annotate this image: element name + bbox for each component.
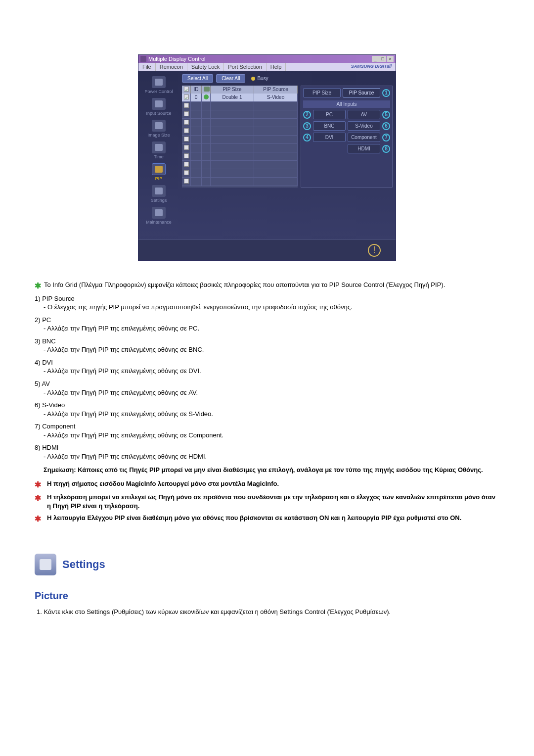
callout-3: 3 xyxy=(303,122,311,130)
select-all-button[interactable]: Select All xyxy=(182,74,213,83)
brand-label: SAMSUNG DIGITall xyxy=(347,63,396,71)
sidebar-item-settings[interactable]: Settings xyxy=(140,184,177,204)
av-button[interactable]: AV xyxy=(348,110,380,119)
app-window: Multiple Display Control _ □ × File Remo… xyxy=(138,54,396,261)
minimize-button[interactable]: _ xyxy=(372,56,379,62)
sidebar-item-maintenance[interactable]: Maintenance xyxy=(140,206,177,226)
side-panel: PIP Size PIP Source 1 All Inputs 2 PC AV… xyxy=(301,86,393,188)
numbered-item: 1) PIP Source- Ο έλεγχος της πηγής PIP μ… xyxy=(35,294,499,312)
grid-header-size: PIP Size xyxy=(211,86,254,94)
window-title: Multiple Display Control xyxy=(148,56,206,62)
callout-4: 4 xyxy=(303,134,311,142)
numbered-item: 3) BNC- Αλλάζει την Πηγή PIP της επιλεγμ… xyxy=(35,337,499,354)
star-icon: ✱ xyxy=(35,514,41,524)
callout-5: 5 xyxy=(382,111,390,119)
info-icon: ! xyxy=(368,244,381,257)
grid-row[interactable] xyxy=(182,119,298,127)
numbered-item: 4) DVI- Αλλάζει την Πηγή PIP της επιλεγμ… xyxy=(35,358,499,376)
red-note-text: Η πηγή σήματος εισόδου MagicInfo λειτουρ… xyxy=(47,479,279,490)
numbered-item: 5) AV- Αλλάζει την Πηγή PIP της επιλεγμέ… xyxy=(35,379,499,397)
callout-7: 7 xyxy=(382,134,390,142)
menu-file[interactable]: File xyxy=(138,63,156,71)
numbered-item: 7) Component- Αλλάζει την Πηγή PIP της ε… xyxy=(35,422,499,439)
close-button[interactable]: × xyxy=(387,56,394,62)
callout-2: 2 xyxy=(303,111,311,119)
settings-section-icon xyxy=(35,554,56,575)
sidebar-item-time[interactable]: Time xyxy=(140,141,177,160)
sidebar-item-pip[interactable]: PIP xyxy=(140,162,177,182)
sidebar-item-input[interactable]: Input Source xyxy=(140,97,177,117)
grid-row[interactable] xyxy=(182,178,298,186)
grid-row[interactable] xyxy=(182,169,298,178)
red-note-text: Η τηλεόραση μπορεί να επιλεγεί ως Πηγή μ… xyxy=(47,493,499,510)
pc-button[interactable]: PC xyxy=(313,110,346,119)
grid-header-status xyxy=(202,86,211,94)
component-button[interactable]: Component xyxy=(348,133,380,142)
menubar: File Remocon Safety Lock Port Selection … xyxy=(138,63,396,71)
status-bar: ! xyxy=(138,239,396,260)
dvi-button[interactable]: DVI xyxy=(313,133,346,142)
sub-title: Picture xyxy=(35,590,499,602)
grid-row[interactable] xyxy=(182,110,298,119)
grid-row[interactable] xyxy=(182,161,298,169)
grid-row[interactable] xyxy=(182,102,298,110)
star-icon: ✱ xyxy=(35,281,41,291)
section-title: Settings xyxy=(62,558,105,571)
intro-text: Το Info Grid (Πλέγμα Πληροφοριών) εμφανί… xyxy=(44,281,445,291)
numbered-item: 6) S-Video- Αλλάζει την Πηγή PIP της επι… xyxy=(35,401,499,418)
sidebar-item-power[interactable]: Power Control xyxy=(140,75,177,95)
menu-safety-lock[interactable]: Safety Lock xyxy=(187,63,224,71)
numbered-item: 2) PC- Αλλάζει την Πηγή PIP της επιλεγμέ… xyxy=(35,316,499,333)
hdmi-button[interactable]: HDMI xyxy=(348,144,380,153)
row-checkbox[interactable] xyxy=(184,94,189,99)
svideo-button[interactable]: S-Video xyxy=(348,121,380,131)
grid-header-id: ID xyxy=(191,86,202,94)
menu-remocon[interactable]: Remocon xyxy=(156,63,187,71)
note-text: Σημείωση: Κάποιες από τις Πηγές PIP μπορ… xyxy=(44,466,499,474)
status-dot-icon xyxy=(204,94,209,99)
titlebar: Multiple Display Control _ □ × xyxy=(138,55,396,63)
menu-port-selection[interactable]: Port Selection xyxy=(224,63,266,71)
maximize-button[interactable]: □ xyxy=(379,56,386,62)
ordered-item: 1. Κάντε κλικ στο Settings (Ρυθμίσεις) τ… xyxy=(37,608,499,616)
grid-row[interactable]: 0 Double 1 S-Video xyxy=(182,94,298,102)
all-inputs-header: All Inputs xyxy=(303,100,390,108)
pip-size-button[interactable]: PIP Size xyxy=(303,88,341,97)
sidebar: Power Control Input Source Image Size Ti… xyxy=(138,71,179,239)
pip-source-button[interactable]: PIP Source xyxy=(343,88,380,97)
callout-6: 6 xyxy=(382,122,390,130)
grid-row[interactable] xyxy=(182,144,298,152)
app-icon xyxy=(140,56,146,62)
star-icon: ✱ xyxy=(35,493,41,510)
grid-row[interactable] xyxy=(182,152,298,161)
callout-1: 1 xyxy=(382,89,390,97)
grid-row[interactable] xyxy=(182,136,298,144)
numbered-item: 8) HDMI- Αλλάζει την Πηγή PIP της επιλεγ… xyxy=(35,443,499,461)
grid-row[interactable] xyxy=(182,127,298,136)
star-icon: ✱ xyxy=(35,479,41,490)
clear-all-button[interactable]: Clear All xyxy=(216,74,245,83)
bnc-button[interactable]: BNC xyxy=(313,121,346,131)
busy-indicator: Busy xyxy=(251,76,268,81)
menu-help[interactable]: Help xyxy=(267,63,286,71)
sidebar-item-image-size[interactable]: Image Size xyxy=(140,119,177,139)
info-grid: ID PIP Size PIP Source 0 Double 1 xyxy=(182,86,298,188)
red-note-text: Η λειτουργία Ελέγχου PIP είναι διαθέσιμη… xyxy=(47,514,461,524)
callout-8: 8 xyxy=(382,145,390,153)
busy-dot-icon xyxy=(251,77,255,81)
grid-header-check[interactable] xyxy=(182,86,191,94)
grid-header-source: PIP Source xyxy=(254,86,298,94)
